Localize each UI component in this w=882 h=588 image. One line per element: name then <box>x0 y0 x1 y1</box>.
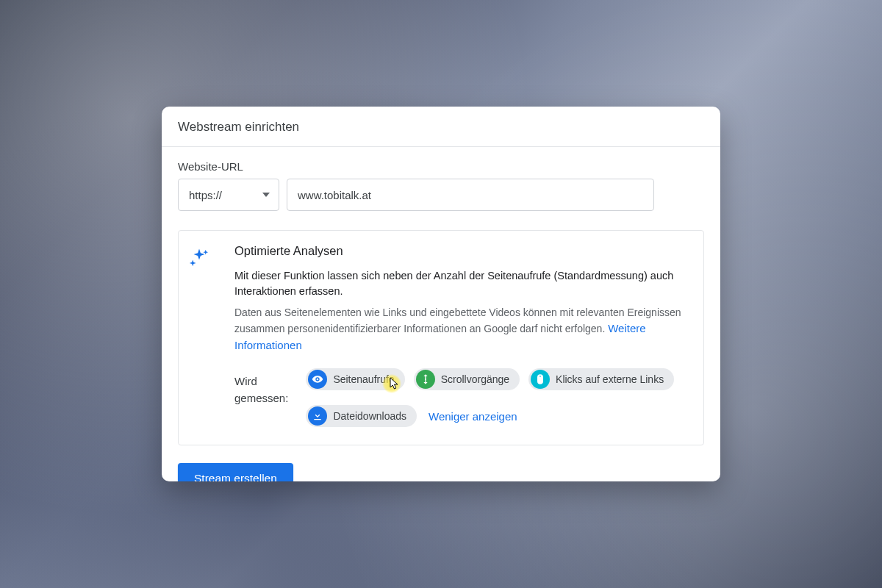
chip-label: Klicks auf externe Links <box>556 373 664 385</box>
measured-label: Wird gemessen: <box>234 368 288 427</box>
svg-point-0 <box>425 379 426 380</box>
protocol-select[interactable]: https:// <box>178 179 279 211</box>
analytics-description-2: Daten aus Seitenelementen wie Links und … <box>234 305 703 354</box>
chip-label: Seitenaufrufe <box>333 373 394 385</box>
download-icon <box>308 406 327 426</box>
measurement-chip: Scrollvorgänge <box>414 368 520 390</box>
chevron-down-icon <box>262 193 270 197</box>
panel-title: Webstream einrichten <box>162 107 720 147</box>
create-stream-button[interactable]: Stream erstellen <box>178 463 293 481</box>
measurement-chip: Seitenaufrufe <box>306 368 404 390</box>
website-url-label: Website-URL <box>178 160 704 173</box>
website-url-input[interactable] <box>287 179 654 211</box>
eye-icon <box>308 370 327 389</box>
measurement-chips: SeitenaufrufeScrollvorgängeKlicks auf ex… <box>306 368 703 427</box>
scroll-icon <box>416 370 435 389</box>
protocol-value: https:// <box>189 189 222 201</box>
chip-label: Dateidownloads <box>333 410 406 422</box>
analytics-description-1: Mit dieser Funktion lassen sich neben de… <box>234 268 703 299</box>
show-less-link[interactable]: Weniger anzeigen <box>429 410 517 423</box>
sparkles-icon <box>179 244 220 427</box>
optimized-analytics-card: Optimierte Analysen Mit dieser Funktion … <box>178 230 704 445</box>
measurement-chip: Klicks auf externe Links <box>528 368 674 390</box>
webstream-setup-panel: Webstream einrichten Website-URL https:/… <box>162 107 720 481</box>
analytics-title: Optimierte Analysen <box>234 244 703 258</box>
mouse-icon <box>531 370 550 389</box>
chip-label: Scrollvorgänge <box>441 373 509 385</box>
measurement-chip: Dateidownloads <box>306 405 417 427</box>
